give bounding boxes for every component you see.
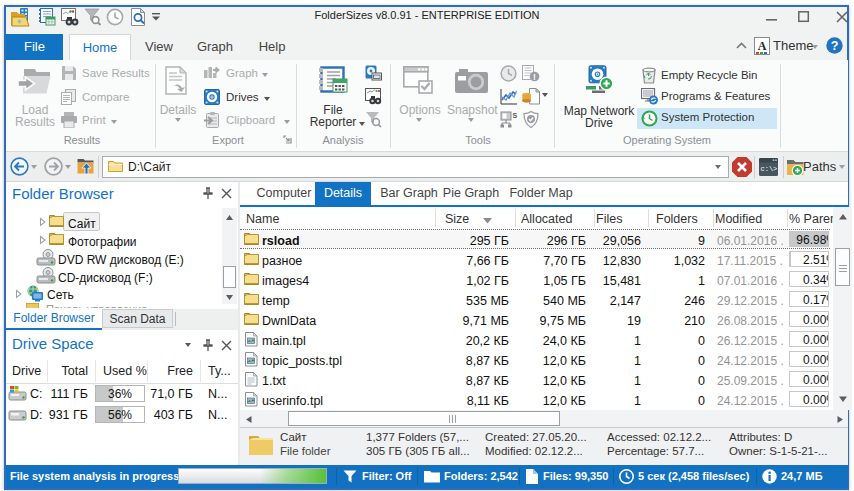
svg-text:A: A	[758, 39, 767, 53]
svg-text:?: ?	[831, 39, 839, 53]
svg-text:!: !	[533, 72, 536, 82]
svg-text:S: S	[513, 112, 518, 119]
svg-text:c:\>: c:\>	[761, 165, 778, 173]
